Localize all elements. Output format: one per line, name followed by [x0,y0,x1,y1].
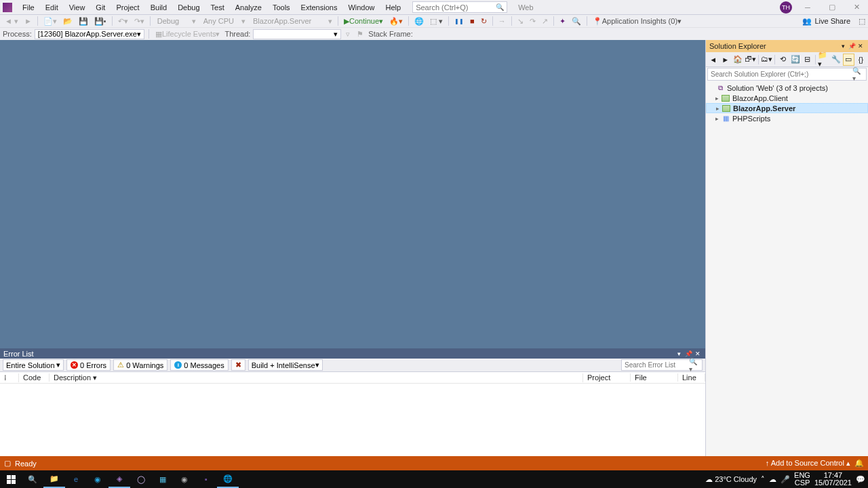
weather-widget[interactable]: ☁ 23°C Cloudy [705,475,757,484]
menu-tools[interactable]: Tools [268,2,295,13]
menu-view[interactable]: View [64,2,90,13]
solution-search[interactable]: 🔍▾ [707,68,867,81]
hot-reload-button[interactable]: 🔥▾ [387,16,405,26]
clear-filter-button[interactable]: ✖ [231,359,245,371]
restart-button[interactable] [479,16,489,26]
panel-dropdown-icon[interactable]: ▾ [675,350,683,357]
web-button[interactable]: Web [513,2,538,13]
tray-chevron-icon[interactable]: ˄ [761,475,765,484]
browser-refresh-button[interactable]: ⬚ ▾ [428,16,445,26]
error-scope-dropdown[interactable]: Entire Solution▾ [3,359,64,371]
taskbar-github-icon[interactable]: ◯ [130,470,152,488]
menu-window[interactable]: Window [343,2,379,13]
step-over-button[interactable]: ↷ [528,16,538,26]
se-sync-button[interactable]: ⟲ [777,54,789,66]
se-view-code-button[interactable]: {} [855,54,867,66]
user-avatar[interactable]: TH [780,1,792,14]
col-line[interactable]: Line [678,373,705,382]
menu-analyze[interactable]: Analyze [231,2,267,13]
taskbar-terminal-icon[interactable]: ▪ [195,470,217,488]
flag-filter-button[interactable]: ▿ [344,29,352,39]
se-home-button[interactable]: 🏠 [732,54,743,66]
save-all-button[interactable]: 💾▪ [92,16,108,26]
tray-lang[interactable]: ENGCSP [794,472,810,487]
taskbar-vs-icon[interactable]: ◈ [108,470,130,488]
messages-filter[interactable]: i0 Messages [170,359,228,371]
status-flag-icon[interactable]: ▢ [4,459,11,468]
error-search-input[interactable] [625,361,689,369]
build-filter-dropdown[interactable]: Build + IntelliSense▾ [248,359,323,371]
se-refresh-button[interactable]: 🔄 [789,54,801,66]
se-fwd-button[interactable]: ► [719,54,731,66]
col-description[interactable]: Description ▾ [50,373,583,382]
menu-test[interactable]: Test [206,2,229,13]
project-node-client[interactable]: ▸ BlazorApp.Client [706,93,868,103]
maximize-button[interactable]: ▢ [823,3,841,12]
thread-dropdown[interactable]: ▾ [253,29,341,39]
minimize-button[interactable]: ─ [799,3,816,12]
tray-onedrive-icon[interactable]: ☁ [769,475,776,484]
col-file[interactable]: File [631,373,678,382]
find-in-files-button[interactable]: 🔍 [570,16,583,26]
taskbar-explorer-icon[interactable]: 📁 [43,470,65,488]
new-project-button[interactable]: 📄▾ [41,16,59,26]
open-file-button[interactable]: 📂 [61,16,75,26]
menu-file[interactable]: File [18,2,39,13]
menu-git[interactable]: Git [91,2,110,13]
step-out-button[interactable]: ↗ [540,16,550,26]
project-node-server[interactable]: ▸ BlazorApp.Server [706,103,868,113]
menu-project[interactable]: Project [111,2,144,13]
se-pin-icon[interactable]: 📌 [848,43,856,49]
search-input[interactable] [416,3,496,12]
se-properties-button[interactable]: 🔧 [830,54,842,66]
quick-search[interactable]: 🔍 [412,1,507,13]
se-collapse-button[interactable]: ⊟ [802,54,813,66]
process-dropdown[interactable]: [12360] BlazorApp.Server.exe▾ [35,29,144,39]
col-icon[interactable]: ⁞ [0,373,19,382]
startup-dropdown[interactable]: BlazorApp.Server [250,16,324,26]
solution-search-input[interactable] [711,70,852,78]
menu-edit[interactable]: Edit [41,2,63,13]
panel-close-icon[interactable]: ✕ [694,350,702,357]
app-insights-button[interactable]: 📍 Application Insights (0) ▾ [591,16,684,26]
close-button[interactable]: ✕ [848,3,865,12]
nav-fwd-button[interactable]: ► [22,16,34,26]
undo-button[interactable]: ↶▾ [116,16,130,26]
tray-notifications-icon[interactable]: 💬 [856,475,865,484]
errors-filter[interactable]: ✕0 Errors [66,359,111,371]
menu-help[interactable]: Help [381,2,406,13]
tray-clock[interactable]: 17:4715/07/2021 [814,472,852,487]
se-show-all-button[interactable]: 📁▾ [818,54,829,66]
save-button[interactable]: 💾 [77,16,90,26]
expander-icon[interactable]: ▸ [713,95,721,102]
config-dropdown[interactable]: Debug [154,16,188,26]
show-next-button[interactable]: → [496,16,508,26]
taskbar-edge-icon[interactable]: ◉ [87,470,108,488]
warnings-filter[interactable]: ⚠0 Warnings [113,359,167,371]
error-search[interactable]: 🔍▾ [621,359,703,371]
col-code[interactable]: Code [19,373,50,382]
taskbar-search-icon[interactable]: 🔍 [22,470,43,488]
notifications-icon[interactable]: 🔔 [854,459,864,468]
live-share-button[interactable]: 👥 Live Share ⬚ [802,17,865,26]
intellicode-button[interactable]: ✦ [557,16,568,26]
menu-debug[interactable]: Debug [173,2,204,13]
break-all-button[interactable] [452,18,466,25]
add-source-control[interactable]: ↑ Add to Source Control ▴ [766,459,850,468]
se-close-icon[interactable]: ✕ [856,43,865,49]
col-project[interactable]: Project [583,373,631,382]
error-list-title[interactable]: Error List ▾ 📌 ✕ [0,348,705,359]
se-pending-changes-button[interactable]: 🗂▾ [761,54,772,66]
redo-button[interactable]: ↷▾ [132,16,146,26]
step-into-button[interactable]: ↘ [515,16,526,26]
solution-node[interactable]: ⧉ Solution 'Web' (3 of 3 projects) [706,83,868,93]
se-back-button[interactable]: ◄ [707,54,719,66]
se-dropdown-icon[interactable]: ▾ [839,43,847,49]
taskbar-app-icon[interactable]: ▦ [152,470,174,488]
start-button[interactable] [0,470,22,488]
taskbar-obs-icon[interactable]: ◉ [174,470,195,488]
tray-mic-icon[interactable]: 🎤 [781,475,790,484]
se-preview-button[interactable]: ▭ [843,54,854,66]
panel-pin-icon[interactable]: 📌 [684,350,692,357]
taskbar-chrome-icon[interactable]: 🌐 [217,470,239,488]
